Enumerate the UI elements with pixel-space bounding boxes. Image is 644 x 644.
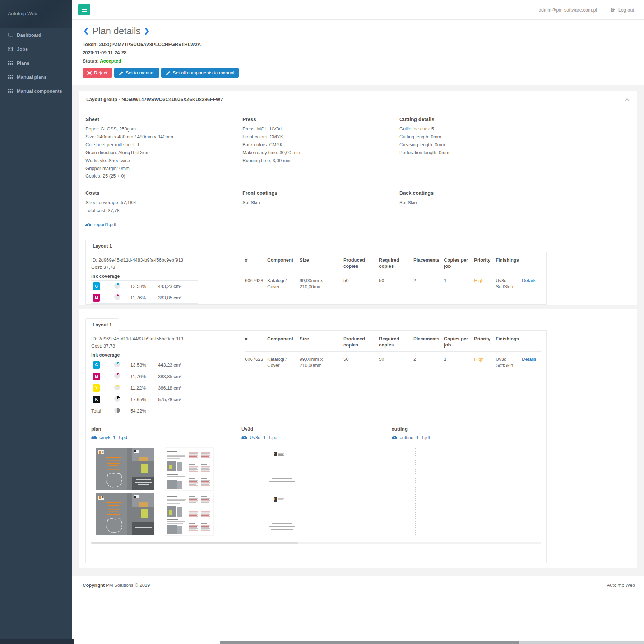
sidebar-item-label: Jobs <box>17 46 28 52</box>
components-table: # Component Size Produced copies Require… <box>245 336 541 371</box>
section-heading: Press <box>242 116 399 122</box>
footer-brand: AutoImp Web <box>607 583 635 644</box>
layout-cost: Cost: 37,78 <box>91 343 199 349</box>
ink-row-c: C 13,58% 443,23 cm² <box>91 280 198 292</box>
detail-line: Cutting length: 0mm <box>399 134 630 140</box>
detail-line: Make ready time: 30,00 min <box>242 150 399 156</box>
cloud-download-icon <box>91 435 97 440</box>
sidebar-item-jobs[interactable]: Jobs <box>0 42 72 56</box>
detail-line: Total cost: 37,78 <box>85 207 242 213</box>
detail-line: Gripper margin: 0mm <box>85 165 242 171</box>
footer: Copyright PM Solutions © 2019 AutoImp We… <box>72 576 644 644</box>
user-email: admin@pm-software.com.pl <box>539 7 597 13</box>
sidebar-item-manual-components[interactable]: Manual components <box>0 84 72 98</box>
hamburger-menu-button[interactable] <box>78 4 90 15</box>
next-plan-button[interactable] <box>144 27 150 36</box>
layout-group-card: Layout group - ND69W147WSWO3C4U9J5XZ6KU8… <box>79 91 637 305</box>
status-line: Status: Accepted <box>83 58 644 64</box>
content-wrapper: Layout group - ND69W147WSWO3C4U9J5XZ6KU8… <box>72 85 644 576</box>
sidebar-bottom-shade <box>0 639 74 644</box>
scrollbar-thumb[interactable] <box>220 641 519 644</box>
report-pdf-link[interactable]: report1.pdf <box>85 222 116 227</box>
token-value: 2D8QPZM7TPSUO5AV8PLCCHFGRSTHLW2A <box>99 42 201 47</box>
ink-area: 366,18 cm² <box>158 382 198 394</box>
ink-badge-m: M <box>93 373 100 380</box>
detail-line: SoftSkin <box>242 199 399 206</box>
component-row: 6067623 Katalogi / Cover 99,00mm x 210,0… <box>245 273 541 292</box>
section-heading: Cutting details <box>399 116 630 122</box>
prev-plan-button[interactable] <box>83 27 89 36</box>
tab-layout-1[interactable]: Layout 1 <box>85 240 119 252</box>
section-heading: Back coatings <box>399 190 630 196</box>
sidebar-item-label: Manual components <box>17 88 62 94</box>
detail-line: Creasing length: 0mm <box>399 142 630 148</box>
preview-scrollbar[interactable] <box>91 542 541 544</box>
layout-group-card-continued: Layout 1 ID: 2d969e45-d11d-4483-b9fa-f56… <box>79 309 637 568</box>
page-heading: Plan details Token: 2D8QPZM7TPSUO5AV8PLC… <box>72 20 644 85</box>
brand-logo: AutoImp Web <box>0 0 72 28</box>
detail-line: Guillotine cuts: 5 <box>399 126 630 132</box>
layout-id: ID: 2d969e45-d11d-4483-b9fa-f56bc9ebf913 <box>91 336 199 342</box>
cutting-file-block: cutting cutting_1_1.jdf <box>392 426 541 441</box>
tab-layout-1[interactable]: Layout 1 <box>85 318 119 331</box>
detail-line: Paper: GLOSS, 250gsm <box>85 126 242 132</box>
ink-row-total: Total 54,22% <box>91 405 198 417</box>
monitor-icon <box>8 33 13 37</box>
layout-cost: Cost: 37,78 <box>91 264 199 270</box>
cutting-jdf-link[interactable]: cutting_1_1.jdf <box>392 435 430 440</box>
sidebar-item-label: Plans <box>17 60 29 66</box>
ink-area: 383,85 cm² <box>158 371 198 382</box>
plan-pdf-link[interactable]: cmyk_1_1.pdf <box>91 435 129 440</box>
uv3d-pdf-link[interactable]: Uv3d_1_1.pdf <box>241 435 279 440</box>
detail-line: Workstyle: Sheetwise <box>85 157 242 164</box>
detail-line: SoftSkin <box>399 199 630 206</box>
component-row: 6067623 Katalogi / Cover 99,00mm x 210,0… <box>245 351 541 371</box>
ink-row-c: C 13,58% 443,23 cm² <box>91 359 198 371</box>
sidebar-item-manual-plans[interactable]: Manual plans <box>0 70 72 84</box>
ink-pie-icon <box>114 294 120 300</box>
newspaper-icon <box>8 47 13 51</box>
topbar: admin@pm-software.com.pl Log out <box>72 0 644 20</box>
wrench-icon <box>119 71 123 75</box>
detail-line: Perforation length: 0mm <box>399 150 630 156</box>
set-all-components-manual-button[interactable]: Set all components to manual <box>161 68 239 78</box>
section-heading: Costs <box>85 190 242 196</box>
reject-button[interactable]: Reject <box>83 68 112 78</box>
app-root: AutoImp Web Dashboard Jobs Plans Manual … <box>0 0 644 644</box>
ink-badge-c: C <box>93 282 100 290</box>
x-icon <box>87 71 92 75</box>
chevron-up-icon <box>625 98 630 101</box>
horizontal-scrollbar[interactable] <box>220 641 644 644</box>
ink-area: 443,23 cm² <box>158 359 198 371</box>
file-group-heading: Uv3d <box>241 426 392 432</box>
back-coatings-section: Back coatings SoftSkin <box>399 190 630 215</box>
page-gap <box>79 305 637 309</box>
copyright: Copyright PM Solutions © 2019 <box>83 583 150 644</box>
ink-percent: 11,76% <box>130 292 158 303</box>
file-group-heading: cutting <box>392 426 541 432</box>
collapse-button[interactable] <box>625 98 630 101</box>
sheet-section: Sheet Paper: GLOSS, 250gsm Size: 340mm x… <box>85 116 242 181</box>
grid-icon <box>8 61 13 65</box>
cloud-download-icon <box>241 435 247 440</box>
detail-line: Front colors: CMYK <box>242 134 399 140</box>
set-to-manual-button[interactable]: Set to manual <box>114 68 159 78</box>
logout-button[interactable]: Log out <box>611 7 634 13</box>
sidebar-item-dashboard[interactable]: Dashboard <box>0 28 72 42</box>
ink-pie-icon <box>114 373 120 379</box>
status-badge: Accepted <box>100 58 121 64</box>
logout-label: Log out <box>618 7 634 13</box>
grid-icon <box>8 89 13 93</box>
wrench-icon <box>166 71 170 75</box>
sidebar-item-plans[interactable]: Plans <box>0 56 72 70</box>
divider <box>79 234 637 234</box>
detail-line: Copies: 25 (25 + 0) <box>85 173 242 179</box>
ink-pie-icon <box>114 362 120 367</box>
detail-line: Press: MGI - UV3d <box>242 126 399 132</box>
details-link[interactable]: Details <box>522 356 536 362</box>
ink-percent: 54,22% <box>130 405 158 417</box>
ink-coverage-column: ID: 2d969e45-d11d-4483-b9fa-f56bc9ebf913… <box>91 336 199 417</box>
details-link[interactable]: Details <box>522 278 536 283</box>
ink-coverage-table: C 13,58% 443,23 cm² M 11 <box>91 359 198 417</box>
ink-area: 443,23 cm² <box>158 280 198 292</box>
